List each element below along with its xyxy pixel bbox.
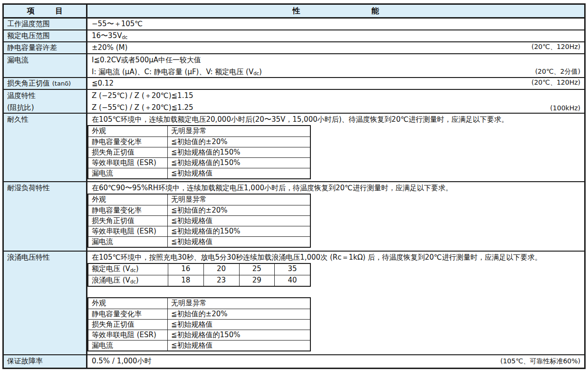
item-label: 耐湿负荷特性 <box>4 182 87 251</box>
row-capacitance-tolerance: 静电容量容许差 ±20% (M) (20℃、120Hz) <box>4 42 584 54</box>
row-dissipation-factor: 损失角正切值 (tanδ) ≦0.12 (20℃、120Hz) <box>4 78 584 90</box>
row-guaranteed-failure-rate: 保证故障率 0.5% / 1,000小时 (105℃、可靠性标准60%) <box>4 355 584 368</box>
row-leakage-current: 漏电流 I≦0.2CV或者500μA中任一较大值 I: 漏电流 (μA)、C: … <box>4 54 584 78</box>
item-label-line2: (阻抗比) <box>7 102 86 114</box>
endurance-criteria-table: 外观 无明显异常 静电容量变化率 ≦初始值的±20% 损失角正切值 ≦初始规格值… <box>87 125 311 179</box>
vdc-subscript: dc <box>130 279 136 284</box>
row-surge-voltage: 浪涌电压特性 在105℃环境中，按照充电30秒、放电5分30秒连续加载浪涌电压1… <box>4 252 584 355</box>
spec-value: ≦0.12 <box>92 79 114 88</box>
spec-value-cell: Z (−25℃) / Z (＋20℃)≦1.15 Z (−55℃) / Z (＋… <box>87 90 584 113</box>
table-row: 额定电压 (Vdc) 16 20 25 35 <box>88 264 310 275</box>
vdc-subscript: dc <box>122 35 127 40</box>
vdc-subscript: dc <box>130 268 136 273</box>
humidity-criteria-table: 外观 无明显异常 静电容量变化率 ≦初始值的±20% 损失角正切值 ≦初始规格值… <box>87 194 311 248</box>
spec-value: 0.5% / 1,000小时 <box>92 357 152 365</box>
table-row: 损失角正切值 ≦初始规格值 <box>88 319 310 330</box>
item-label: 保证故障率 <box>4 355 87 368</box>
measurement-condition: (100kHz) <box>550 104 580 112</box>
row-endurance: 耐久性 在105℃环境中，连续加载额定电压20,000小时后(20〜35V，15… <box>4 114 584 182</box>
surge-voltage-value: 23 <box>204 275 240 286</box>
spec-value-cell: 在60℃90〜95%RH环境中，连续加载额定电压1,000小时后，待温度恢复到2… <box>87 182 584 251</box>
spec-value-cell: 在105℃环境中，连续加载额定电压20,000小时后(20〜35V，15,000… <box>87 114 584 181</box>
item-label-paren: (tanδ) <box>52 80 71 87</box>
rated-voltage-value: 35 <box>275 264 310 275</box>
spec-line-1: Z (−25℃) / Z (＋20℃)≦1.15 <box>92 90 584 102</box>
spec-value-cell: 0.5% / 1,000小时 (105℃、可靠性标准60%) <box>87 355 584 368</box>
item-label: 静电容量容许差 <box>4 42 87 53</box>
item-label: 浪涌电压特性 <box>4 252 87 354</box>
spec-value: ±20% (M) <box>92 43 127 52</box>
table-header-row: 项目 性能 <box>4 5 584 19</box>
table-row: 外观 无明显异常 <box>88 126 310 136</box>
spec-value-cell: 在105℃环境中，按照充电30秒、放电5分30秒连续加载浪涌电压1,000次 (… <box>87 252 584 354</box>
table-row: 等效串联电阻 (ESR) ≦初始规格值的150% <box>88 330 310 340</box>
table-row: 漏电流 ≦初始规格值 <box>88 236 310 247</box>
table-row: 漏电流 ≦初始规格值 <box>88 340 310 351</box>
measurement-condition: (105℃、可靠性标准60%) <box>501 355 581 367</box>
surge-voltage-header: 浪涌电压 (Vdc) <box>88 275 168 286</box>
measurement-condition: (20℃、120Hz) <box>531 77 580 88</box>
header-item-cell: 项目 <box>4 5 87 17</box>
table-row: 损失角正切值 ≦初始规格值的150% <box>88 147 310 157</box>
rated-voltage-value: 16 <box>168 264 204 275</box>
item-label: 漏电流 <box>4 54 87 77</box>
table-row: 静电容量变化率 ≦初始值的±20% <box>88 136 310 147</box>
row-temperature-characteristics: 温度特性 (阻抗比) Z (−25℃) / Z (＋20℃)≦1.15 Z (−… <box>4 90 584 114</box>
surge-voltage-value: 29 <box>240 275 275 286</box>
surge-criteria-table: 外观 无明显异常 静电容量变化率 ≦初始值的±20% 损失角正切值 ≦初始规格值… <box>87 297 311 351</box>
spec-value-cell: 16〜35Vdc <box>87 30 584 41</box>
test-condition-text: 在60℃90〜95%RH环境中，连续加载额定电压1,000小时后，待温度恢复到2… <box>87 182 584 194</box>
table-row: 浪涌电压 (Vdc) 18 23 29 40 <box>88 275 310 286</box>
surge-voltage-value: 40 <box>275 275 310 286</box>
spec-table: 项目 性能 工作温度范围 −55〜＋105℃ 额定电压范围 16〜35Vdc 静… <box>2 3 586 369</box>
table-row: 外观 无明显异常 <box>88 298 310 309</box>
spec-value-cell: I≦0.2CV或者500μA中任一较大值 I: 漏电流 (μA)、C: 静电容量… <box>87 54 584 77</box>
row-operating-temperature-range: 工作温度范围 −55〜＋105℃ <box>4 19 584 30</box>
table-row: 等效串联电阻 (ESR) ≦初始规格值的150% <box>88 157 310 168</box>
table-row: 静电容量变化率 ≦初始值的±20% <box>88 309 310 319</box>
test-condition-text: 在105℃环境中，连续加载额定电压20,000小时后(20〜35V，15,000… <box>87 114 584 125</box>
spec-line-2: I: 漏电流 (μA)、C: 静电容量 (μF)、V: 额定电压 (Vdc) <box>92 66 584 79</box>
spec-value: −55〜＋105℃ <box>92 19 143 28</box>
table-row: 外观 无明显异常 <box>88 195 310 205</box>
vdc-subscript: dc <box>253 71 259 76</box>
header-item-label: 项目 <box>6 6 84 16</box>
item-label: 耐久性 <box>4 114 87 181</box>
item-label: 温度特性 (阻抗比) <box>4 90 87 113</box>
item-label: 额定电压范围 <box>4 30 87 41</box>
rated-voltage-value: 25 <box>240 264 275 275</box>
spec-line-2: Z (−55℃) / Z (＋20℃)≦1.25 <box>92 102 584 114</box>
spec-value-cell: −55〜＋105℃ <box>87 19 584 29</box>
rated-voltage-value: 20 <box>204 264 240 275</box>
surge-voltage-table: 额定电压 (Vdc) 16 20 25 35 浪涌电压 (Vdc) 18 23 … <box>87 263 311 287</box>
spec-line-1: I≦0.2CV或者500μA中任一较大值 <box>92 54 584 66</box>
item-label: 损失角正切值 (tanδ) <box>4 78 87 89</box>
item-label: 工作温度范围 <box>4 19 87 29</box>
table-row: 漏电流 ≦初始规格值 <box>88 168 310 178</box>
table-row: 等效串联电阻 (ESR) ≦初始规格值的150% <box>88 226 310 236</box>
row-humidity-load: 耐湿负荷特性 在60℃90〜95%RH环境中，连续加载额定电压1,000小时后，… <box>4 182 584 252</box>
test-condition-text: 在105℃环境中，按照充电30秒、放电5分30秒连续加载浪涌电压1,000次 (… <box>87 252 584 263</box>
header-performance-label: 性能 <box>222 6 451 16</box>
row-rated-voltage-range: 额定电压范围 16〜35Vdc <box>4 30 584 42</box>
spec-value: 16〜35V <box>92 31 122 40</box>
table-row: 损失角正切值 ≦初始规格值 <box>88 215 310 226</box>
header-performance-cell: 性能 <box>87 5 584 17</box>
spec-value-cell: ±20% (M) (20℃、120Hz) <box>87 42 584 53</box>
measurement-condition: (20℃、2分值) <box>535 68 580 76</box>
spec-value-cell: ≦0.12 (20℃、120Hz) <box>87 78 584 89</box>
surge-voltage-value: 18 <box>168 275 204 286</box>
table-row: 静电容量变化率 ≦初始值的±20% <box>88 205 310 215</box>
measurement-condition: (20℃、120Hz) <box>531 41 580 52</box>
rated-voltage-header: 额定电压 (Vdc) <box>88 264 168 275</box>
